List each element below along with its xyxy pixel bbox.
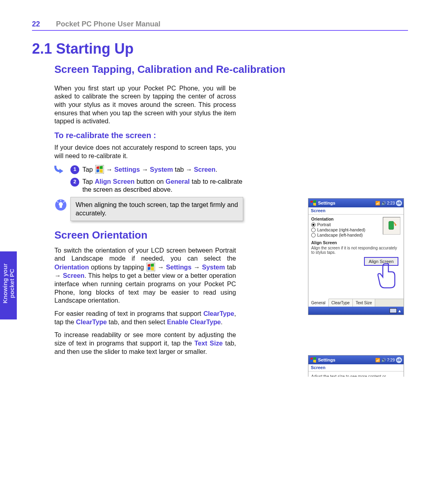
page-header: 22 Pocket PC Phone User Manual bbox=[32, 20, 408, 31]
paragraph-cleartype: For easier reading of text in programs t… bbox=[32, 309, 236, 326]
svg-rect-8 bbox=[389, 221, 394, 229]
up-arrow-icon[interactable]: ▲ bbox=[398, 309, 402, 313]
speaker-icon: 🔊 bbox=[381, 358, 386, 362]
keyboard-icon[interactable] bbox=[390, 308, 397, 313]
device-title: Settings bbox=[318, 357, 375, 362]
heading-recalibrate: To re-calibrate the screen : bbox=[32, 131, 408, 140]
device-time: 2:23 bbox=[387, 201, 395, 205]
section-title: 2.1 Starting Up bbox=[32, 40, 408, 57]
paragraph-recalibrate: If your device does not accurately respo… bbox=[32, 143, 236, 160]
lightbulb-tip-icon bbox=[55, 199, 67, 211]
ok-button[interactable]: ok bbox=[396, 357, 402, 363]
device-screenshot-orientation: Settings 📶 🔊 2:23 ok Screen Orientation … bbox=[308, 198, 404, 315]
signal-icon: 📶 bbox=[375, 358, 380, 362]
step-number-1-icon: 1 bbox=[70, 165, 79, 174]
step-1: 1 Tap → Settings → System tab → Screen. bbox=[70, 165, 242, 174]
tip-box: When aligning the touch screen, tap the … bbox=[70, 197, 243, 221]
tab-textsize[interactable]: Text Size bbox=[353, 299, 375, 307]
textsize-description: Adjust the text size to see more content… bbox=[311, 374, 401, 377]
align-screen-description: Align the screen if it is not responding… bbox=[311, 246, 401, 255]
step-number-2-icon: 2 bbox=[70, 178, 79, 187]
pointing-hand-icon bbox=[376, 262, 398, 290]
arrow-steps-icon bbox=[54, 164, 65, 175]
manual-title: Pocket PC Phone User Manual bbox=[56, 20, 160, 28]
svg-point-2 bbox=[59, 202, 63, 206]
align-screen-label: Align Screen bbox=[311, 240, 401, 245]
heading-calibration: Screen Tapping, Calibration and Re-calib… bbox=[32, 63, 408, 76]
device-title: Settings bbox=[318, 201, 375, 205]
page-number: 22 bbox=[32, 20, 56, 28]
paragraph-textsize: To increase readability or see more cont… bbox=[32, 331, 236, 355]
ok-button[interactable]: ok bbox=[396, 200, 402, 206]
windows-start-icon bbox=[146, 263, 155, 271]
paragraph-calibration: When you first start up your Pocket PC P… bbox=[32, 84, 236, 126]
step-2: 2 Tap Align Screen button on General tab… bbox=[70, 177, 242, 194]
tab-cleartype[interactable]: ClearType bbox=[329, 299, 353, 307]
tab-general[interactable]: General bbox=[308, 299, 329, 307]
device-time: 7:29 bbox=[387, 358, 395, 362]
windows-start-icon bbox=[95, 165, 104, 174]
speaker-icon: 🔊 bbox=[381, 201, 386, 205]
device-subtitle: Screen bbox=[308, 207, 404, 215]
svg-rect-3 bbox=[60, 206, 62, 208]
device-subtitle: Screen bbox=[308, 364, 404, 371]
signal-icon: 📶 bbox=[375, 201, 380, 205]
paragraph-orientation: To switch the orientation of your LCD sc… bbox=[32, 246, 236, 305]
windows-flag-icon bbox=[310, 357, 316, 363]
svg-marker-9 bbox=[394, 225, 397, 226]
device-screenshot-textsize: Settings 📶 🔊 7:29 ok Screen Adjust the t… bbox=[308, 355, 404, 377]
orientation-preview-icon bbox=[383, 217, 400, 235]
tip-text: When aligning the touch screen, tap the … bbox=[76, 201, 238, 217]
windows-flag-icon bbox=[310, 200, 316, 206]
